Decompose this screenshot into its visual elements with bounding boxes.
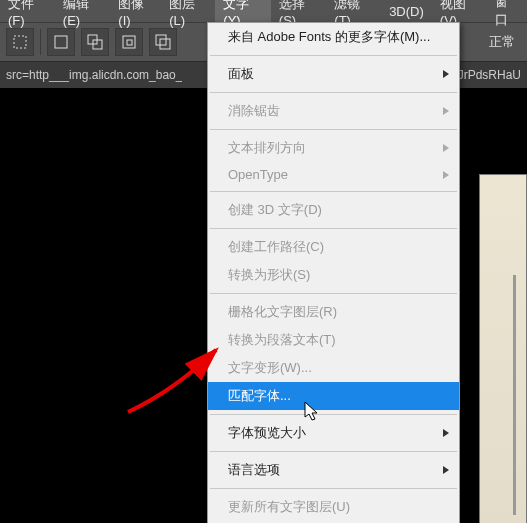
svg-rect-7 — [160, 39, 170, 49]
rect-add-icon — [87, 34, 103, 50]
menu-separator — [210, 414, 457, 415]
menu-separator — [210, 228, 457, 229]
menu-separator — [210, 55, 457, 56]
chevron-right-icon — [443, 171, 449, 179]
tab-suffix: JrPdsRHaU — [458, 68, 521, 82]
chevron-right-icon — [443, 70, 449, 78]
menu-item-label: 转换为段落文本(T) — [228, 332, 336, 347]
menu-item-label: 语言选项 — [228, 462, 280, 477]
menu-separator — [210, 191, 457, 192]
blend-mode[interactable]: 正常 — [489, 33, 521, 51]
rect-icon — [53, 34, 69, 50]
menu-separator — [210, 293, 457, 294]
chevron-right-icon — [443, 466, 449, 474]
menu-3d[interactable]: 3D(D) — [381, 2, 432, 21]
menu-item-label: 转换为形状(S) — [228, 267, 310, 282]
menu-item[interactable]: 来自 Adobe Fonts 的更多字体(M)... — [208, 23, 459, 51]
svg-rect-0 — [14, 36, 26, 48]
menu-item: OpenType — [208, 162, 459, 187]
document-preview — [479, 174, 527, 523]
menu-item-label: 来自 Adobe Fonts 的更多字体(M)... — [228, 29, 430, 44]
menu-item: 消除锯齿 — [208, 97, 459, 125]
svg-rect-1 — [55, 36, 67, 48]
svg-rect-5 — [127, 40, 132, 45]
menu-item: 栅格化文字图层(R) — [208, 298, 459, 326]
tool-intersect-selection[interactable] — [149, 28, 177, 56]
menu-item: 转换为段落文本(T) — [208, 326, 459, 354]
menu-item-label: 创建工作路径(C) — [228, 239, 324, 254]
chevron-right-icon — [443, 429, 449, 437]
menu-separator — [210, 488, 457, 489]
rect-intersect-icon — [155, 34, 171, 50]
menu-item-label: 匹配字体... — [228, 388, 291, 403]
document-tab[interactable]: src=http___img.alicdn.com_bao_ — [6, 68, 182, 82]
tool-subtract-selection[interactable] — [115, 28, 143, 56]
tab-label: src=http___img.alicdn.com_bao_ — [6, 68, 182, 82]
menu-item-label: OpenType — [228, 167, 288, 182]
doc-scratch — [513, 275, 516, 515]
tool-new-selection[interactable] — [47, 28, 75, 56]
menu-item[interactable]: 面板 — [208, 60, 459, 88]
menu-item: 创建 3D 文字(D) — [208, 196, 459, 224]
menubar: 文件(F) 编辑(E) 图像(I) 图层(L) 文字(Y) 选择(S) 滤镜(T… — [0, 0, 527, 22]
menu-item: 转换为形状(S) — [208, 261, 459, 289]
menu-item: 更新所有文字图层(U) — [208, 493, 459, 521]
rect-sub-icon — [121, 34, 137, 50]
menu-item-label: 面板 — [228, 66, 254, 81]
menu-item-label: 更新所有文字图层(U) — [228, 499, 350, 514]
chevron-right-icon — [443, 144, 449, 152]
menu-item-label: 字体预览大小 — [228, 425, 306, 440]
menu-item[interactable]: 匹配字体... — [208, 382, 459, 410]
menu-item: 文字变形(W)... — [208, 354, 459, 382]
menu-item-label: 栅格化文字图层(R) — [228, 304, 337, 319]
separator — [40, 29, 41, 55]
menu-item: 文本排列方向 — [208, 134, 459, 162]
menu-file[interactable]: 文件(F) — [0, 0, 55, 30]
menu-image[interactable]: 图像(I) — [110, 0, 161, 30]
marquee-icon — [12, 34, 28, 50]
menu-separator — [210, 129, 457, 130]
tool-add-selection[interactable] — [81, 28, 109, 56]
chevron-right-icon — [443, 107, 449, 115]
menu-edit[interactable]: 编辑(E) — [55, 0, 110, 30]
menu-item-label: 创建 3D 文字(D) — [228, 202, 322, 217]
menu-item-label: 文本排列方向 — [228, 140, 306, 155]
menu-item: 创建工作路径(C) — [208, 233, 459, 261]
menu-window[interactable]: 窗口 — [487, 0, 527, 31]
type-menu-dropdown: 来自 Adobe Fonts 的更多字体(M)...面板消除锯齿文本排列方向Op… — [207, 22, 460, 523]
tool-icon[interactable] — [6, 28, 34, 56]
menu-separator — [210, 92, 457, 93]
menu-item-label: 消除锯齿 — [228, 103, 280, 118]
menu-item[interactable]: 字体预览大小 — [208, 419, 459, 447]
menu-item-label: 文字变形(W)... — [228, 360, 312, 375]
svg-rect-6 — [156, 35, 166, 45]
menu-separator — [210, 451, 457, 452]
menu-item[interactable]: 语言选项 — [208, 456, 459, 484]
